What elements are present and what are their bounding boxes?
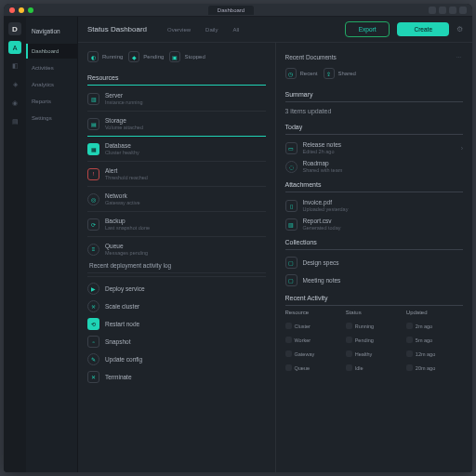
table-cell: Running — [346, 321, 403, 331]
export-button[interactable]: Export — [345, 21, 390, 37]
status-chip[interactable]: ◐Running — [87, 50, 123, 63]
window-titlebar: Dashboard — [4, 4, 472, 17]
window-controls[interactable] — [9, 7, 33, 13]
status-icon: ◐ — [87, 51, 99, 62]
action-item[interactable]: ⟲Restart node — [87, 315, 266, 333]
status-chip[interactable]: ◆Pending — [128, 50, 164, 63]
list-item[interactable]: ⟳BackupLast snapshot done — [87, 215, 266, 233]
clock-icon: ◷ — [285, 68, 297, 79]
sidebar-title: Navigation — [26, 24, 77, 42]
table-cell[interactable]: Cluster — [285, 321, 342, 331]
file-item[interactable]: ▯Invoice.pdfUploaded yesterday — [285, 196, 464, 215]
activity-log-line: Recent deployment activity log — [87, 258, 266, 273]
left-column: ◐Running ◆Pending ▣Stopped Resources ▥Se… — [78, 43, 276, 472]
table-cell: 2m ago — [406, 321, 463, 331]
status-icon — [346, 364, 352, 371]
doc-item[interactable]: ▭Release notesEdited 2h ago› — [285, 139, 464, 157]
table-cell: Pending — [346, 335, 403, 345]
app-logo[interactable]: D — [8, 22, 21, 35]
list-item[interactable]: ◎NetworkGateway active — [87, 190, 266, 208]
page-title: Status Dashboard — [87, 25, 147, 33]
filter-chip[interactable]: ⇪Shared — [324, 67, 356, 80]
doc-icon: ▭ — [285, 142, 298, 154]
chevron-right-icon: › — [461, 145, 463, 152]
action-item[interactable]: ▫Snapshot — [87, 333, 266, 350]
list-item[interactable]: ≡QueueMessages pending — [87, 240, 266, 258]
doc-item[interactable]: ◌RoadmapShared with team — [285, 157, 464, 176]
topbar: Status Dashboard Overview Daily All Expo… — [78, 17, 472, 43]
rail-item[interactable]: ◈ — [8, 78, 21, 91]
sidebar-item[interactable]: Analytics — [26, 77, 77, 92]
time-icon — [406, 364, 413, 371]
time-icon — [406, 337, 413, 343]
rail-item[interactable]: ◧ — [8, 60, 21, 73]
close-window-icon[interactable] — [9, 7, 15, 13]
share-icon: ⇪ — [324, 68, 335, 79]
time-icon — [406, 323, 413, 329]
backup-icon: ⟳ — [87, 218, 99, 231]
browser-tab[interactable]: Dashboard — [208, 6, 254, 15]
action-item[interactable]: ▶Deploy service — [87, 280, 266, 298]
list-item[interactable]: ▥ServerInstance running — [87, 89, 266, 108]
filter-pill[interactable]: All — [227, 25, 245, 34]
action-item[interactable]: ⤧Scale cluster — [87, 298, 266, 315]
action-item[interactable]: ✕Terminate — [87, 368, 266, 386]
resource-icon — [285, 337, 292, 343]
section-header: Resources — [87, 69, 266, 86]
rail-item[interactable]: ◉ — [8, 97, 21, 110]
table-cell[interactable]: Worker — [285, 335, 342, 345]
terminate-icon: ✕ — [87, 371, 99, 383]
collection-item[interactable]: ▢Meeting notes — [285, 271, 464, 289]
doc-icon: ◌ — [285, 161, 298, 173]
scale-icon: ⤧ — [87, 300, 99, 312]
minimize-window-icon[interactable] — [19, 7, 24, 13]
time-icon — [406, 350, 413, 357]
file-item[interactable]: ▥Report.csvGenerated today — [285, 215, 464, 233]
filter-pill[interactable]: Daily — [200, 25, 223, 34]
menu-icon[interactable] — [459, 7, 467, 14]
col-header: Resource — [285, 310, 342, 317]
extension-icon[interactable] — [449, 7, 456, 14]
status-chip[interactable]: ▣Stopped — [169, 50, 205, 63]
table-header: Recent Activity — [285, 289, 464, 306]
list-item[interactable]: ▤StorageVolume attached — [87, 114, 266, 133]
table-cell[interactable]: Queue — [285, 363, 342, 373]
collection-item[interactable]: ▢Design specs — [285, 254, 464, 271]
list-item[interactable]: ▦DatabaseCluster healthy — [87, 139, 266, 158]
file-icon: ▯ — [285, 200, 298, 212]
col-header: Updated — [406, 310, 463, 317]
table-cell: 12m ago — [406, 349, 463, 359]
group-header: Attachments — [285, 176, 464, 192]
activity-table: Resource Status Updated Cluster Running … — [285, 310, 464, 373]
resource-icon — [285, 323, 292, 329]
rail-item-home[interactable]: A — [8, 41, 21, 54]
rail-item[interactable]: ▤ — [8, 115, 21, 128]
table-cell: Healthy — [346, 349, 403, 359]
group-header: Collections — [285, 233, 464, 250]
action-item[interactable]: ✎Update config — [87, 350, 266, 368]
config-icon: ✎ — [87, 353, 99, 365]
status-icon: ▣ — [169, 51, 180, 62]
restart-icon: ⟲ — [87, 318, 99, 330]
status-icon — [346, 350, 352, 357]
snapshot-icon: ▫ — [87, 336, 99, 348]
sidebar-item[interactable]: Activities — [26, 60, 77, 75]
filter-chip[interactable]: ◷Recent — [285, 67, 318, 80]
create-button[interactable]: Create — [397, 22, 449, 36]
network-icon: ◎ — [87, 193, 99, 205]
sidebar-item[interactable]: Dashboard — [26, 44, 77, 59]
more-icon[interactable]: ⋯ — [456, 50, 463, 63]
file-icon: ▥ — [285, 218, 298, 231]
filter-pill[interactable]: Overview — [162, 25, 196, 34]
extension-icon[interactable] — [429, 7, 436, 14]
resource-icon — [285, 350, 292, 357]
server-icon: ▥ — [87, 93, 99, 105]
sidebar-item[interactable]: Settings — [26, 111, 77, 126]
summary-line: 3 items updated — [285, 106, 464, 118]
table-cell[interactable]: Gateway — [285, 349, 342, 359]
extension-icon[interactable] — [439, 7, 446, 14]
list-item[interactable]: !AlertThreshold reached — [87, 165, 266, 183]
gear-icon[interactable]: ⚙ — [456, 25, 463, 33]
panel-title: Recent Documents — [285, 54, 337, 60]
sidebar-item[interactable]: Reports — [26, 94, 77, 109]
